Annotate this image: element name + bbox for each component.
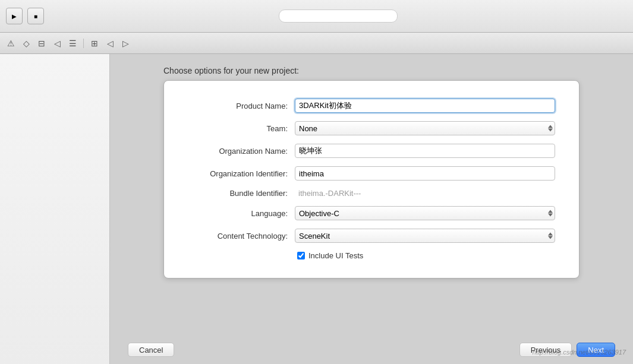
content-tech-label: Content Technology:	[188, 232, 295, 240]
main-layout: Choose options for your new project: Pro…	[0, 54, 633, 364]
toolbar-search-input[interactable]	[279, 10, 398, 23]
team-row: Team: None	[188, 121, 555, 135]
cancel-button[interactable]: Cancel	[128, 343, 174, 357]
grid-icon[interactable]: ⊟	[36, 37, 48, 49]
org-name-label: Organization Name:	[188, 147, 295, 156]
content-area: Choose options for your new project: Pro…	[110, 54, 633, 364]
bundle-identifier-label: Bundle Identifier:	[188, 189, 295, 198]
dialog-outer: Choose options for your new project: Pro…	[110, 60, 633, 278]
play-icon: ▶	[12, 13, 17, 20]
language-select-wrapper: Objective-C Swift	[295, 206, 555, 220]
warning-icon[interactable]: ⚠	[5, 37, 17, 49]
dialog-title: Choose options for your new project:	[163, 60, 580, 80]
include-ui-tests-checkbox[interactable]	[297, 252, 305, 259]
grid2-icon[interactable]: ⊞	[89, 37, 100, 49]
breadcrumb-icon[interactable]: ◁	[51, 37, 63, 49]
product-name-input[interactable]	[295, 99, 555, 113]
list-icon[interactable]: ☰	[67, 37, 78, 49]
watermark: http://blog.csdn.net/u013263917	[533, 349, 626, 356]
prev-icon[interactable]: ◁	[104, 37, 116, 49]
org-name-input[interactable]	[295, 144, 555, 158]
org-identifier-label: Organization Identifier:	[188, 169, 295, 178]
content-tech-select[interactable]: SceneKit SpriteKit Metal	[295, 229, 555, 243]
org-identifier-input[interactable]	[295, 166, 555, 181]
product-name-row: Product Name:	[188, 99, 555, 113]
language-row: Language: Objective-C Swift	[188, 206, 555, 220]
include-ui-tests-label: Include UI Tests	[308, 251, 363, 260]
team-select[interactable]: None	[295, 121, 555, 135]
bundle-identifier-row: Bundle Identifier: itheima.-DARKit---	[188, 189, 555, 198]
language-label: Language:	[188, 209, 295, 218]
content-tech-select-wrapper: SceneKit SpriteKit Metal	[295, 229, 555, 243]
include-ui-tests-row: Include UI Tests	[297, 251, 555, 260]
team-label: Team:	[188, 124, 295, 133]
bundle-identifier-value: itheima.-DARKit---	[295, 189, 361, 198]
content-tech-row: Content Technology: SceneKit SpriteKit M…	[188, 229, 555, 243]
separator	[83, 39, 84, 48]
stop-button[interactable]: ■	[27, 8, 44, 24]
org-name-row: Organization Name:	[188, 144, 555, 158]
team-select-wrapper: None	[295, 121, 555, 135]
org-identifier-row: Organization Identifier:	[188, 166, 555, 181]
project-options-dialog: Product Name: Team: None	[163, 80, 580, 278]
main-toolbar: ▶ ■	[0, 0, 633, 33]
secondary-toolbar: ⚠ ◇ ⊟ ◁ ☰ ⊞ ◁ ▷	[0, 33, 633, 54]
next-icon[interactable]: ▷	[119, 37, 131, 49]
sidebar	[0, 54, 110, 364]
play-button[interactable]: ▶	[6, 8, 23, 24]
product-name-label: Product Name:	[188, 102, 295, 110]
language-select[interactable]: Objective-C Swift	[295, 206, 555, 220]
diamond-icon[interactable]: ◇	[20, 37, 32, 49]
stop-icon: ■	[34, 13, 37, 20]
